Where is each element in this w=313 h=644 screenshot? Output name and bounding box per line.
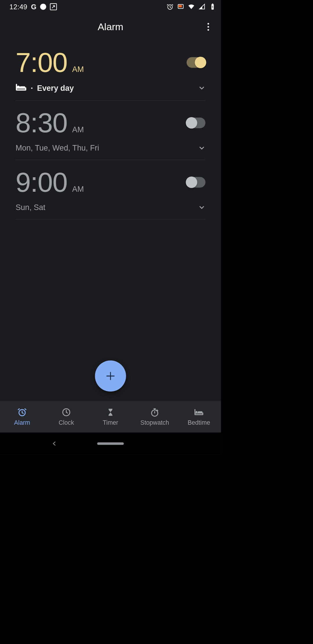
nav-tab-alarm[interactable]: Alarm (0, 401, 44, 433)
chevron-down-icon (198, 144, 205, 151)
alarm-list: 7:00 AM Every day 8:30 AM (0, 40, 221, 401)
nav-tab-clock[interactable]: Clock (44, 401, 88, 433)
timer-icon (106, 408, 115, 417)
wifi-icon (188, 3, 195, 10)
nav-label: Alarm (14, 419, 30, 426)
more-vert-icon (208, 23, 209, 31)
alarm-time: 7:00 (16, 49, 67, 76)
alarm-time-row: 8:30 AM (16, 109, 205, 137)
bedtime-linked-icon (16, 83, 27, 93)
alarm-toggle[interactable] (187, 117, 205, 128)
svg-rect-11 (198, 411, 202, 413)
page-title: Alarm (98, 21, 123, 32)
nav-tab-bedtime[interactable]: Bedtime (177, 401, 221, 433)
stopwatch-icon (150, 408, 159, 417)
alarm-item: 9:00 AM Sun, Sat (16, 160, 205, 219)
nav-label: Clock (59, 419, 74, 426)
nav-label: Timer (103, 419, 118, 426)
status-clock: 12:49 (9, 3, 27, 11)
toggle-knob (195, 57, 206, 68)
screenshot-notification-icon (50, 3, 57, 10)
alarm-time-button[interactable]: 8:30 AM (16, 109, 84, 137)
bedtime-icon (194, 408, 203, 417)
nav-tab-timer[interactable]: Timer (88, 401, 132, 433)
alarm-icon (17, 408, 27, 417)
alarm-repeat-label: Mon, Tue, Wed, Thu, Fri (16, 144, 99, 152)
alarm-time-row: 9:00 AM (16, 169, 205, 196)
add-alarm-button[interactable] (95, 361, 126, 392)
alarm-repeat-info: Sun, Sat (16, 203, 46, 212)
alarm-item: 8:30 AM Mon, Tue, Wed, Thu, Fri (16, 101, 205, 160)
nav-tab-stopwatch[interactable]: Stopwatch (132, 401, 176, 433)
alarm-details-row[interactable]: Mon, Tue, Wed, Thu, Fri (16, 144, 205, 152)
alarm-item: 7:00 AM Every day (16, 40, 205, 100)
svg-rect-4 (212, 3, 213, 4)
alarm-toggle[interactable] (187, 177, 205, 188)
cast-icon (177, 3, 184, 10)
nav-label: Stopwatch (140, 419, 169, 426)
alarm-details-row[interactable]: Every day (16, 83, 205, 93)
alarm-details-row[interactable]: Sun, Sat (16, 203, 205, 212)
alarm-ampm: AM (72, 125, 84, 134)
notification-dot-icon (40, 4, 46, 10)
chevron-down-icon (198, 84, 205, 92)
chevron-down-icon (198, 204, 205, 211)
svg-point-5 (17, 86, 19, 88)
signal-icon (199, 3, 205, 10)
toggle-knob (186, 117, 197, 129)
system-navigation-bar (0, 433, 221, 455)
alarm-time: 8:30 (16, 109, 67, 137)
alarm-time-button[interactable]: 7:00 AM (16, 49, 84, 76)
status-left: 12:49 G (9, 3, 57, 11)
overflow-menu-button[interactable] (203, 21, 214, 33)
plus-icon (106, 372, 114, 380)
alarm-toggle[interactable] (187, 57, 205, 68)
svg-point-10 (196, 411, 197, 413)
alarm-status-icon (167, 3, 174, 10)
battery-charging-icon (209, 3, 216, 10)
alarm-repeat-label: Every day (37, 84, 74, 92)
svg-rect-2 (179, 5, 182, 7)
bottom-navigation: Alarm Clock Timer Stopwatch Bedtime (0, 401, 221, 433)
nav-label: Bedtime (188, 419, 210, 426)
status-right (167, 3, 216, 10)
google-icon: G (31, 3, 37, 11)
alarm-time: 9:00 (16, 169, 67, 196)
home-gesture-pill[interactable] (97, 442, 124, 445)
alarm-repeat-info: Mon, Tue, Wed, Thu, Fri (16, 144, 99, 152)
separator-dot (31, 87, 32, 89)
alarm-repeat-info: Every day (16, 83, 74, 93)
system-status-bar: 12:49 G (0, 0, 221, 14)
alarm-repeat-label: Sun, Sat (16, 203, 46, 212)
svg-rect-6 (20, 86, 25, 88)
clock-icon (62, 408, 71, 417)
back-button[interactable] (52, 441, 57, 446)
alarm-time-row: 7:00 AM (16, 49, 205, 76)
alarm-ampm: AM (72, 65, 84, 74)
toggle-knob (186, 177, 197, 188)
alarm-time-button[interactable]: 9:00 AM (16, 169, 84, 196)
app-bar: Alarm (0, 14, 221, 40)
alarm-ampm: AM (72, 185, 84, 193)
